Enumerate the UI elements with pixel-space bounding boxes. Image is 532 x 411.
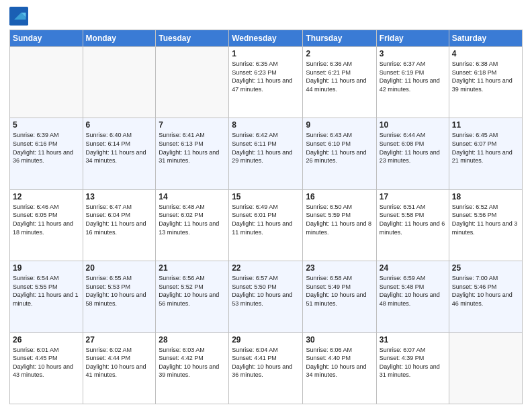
- day-info: Sunrise: 6:48 AM Sunset: 6:02 PM Dayligh…: [159, 203, 226, 236]
- calendar-cell: 20Sunrise: 6:55 AM Sunset: 5:53 PM Dayli…: [83, 261, 156, 332]
- calendar-cell: 29Sunrise: 6:04 AM Sunset: 4:41 PM Dayli…: [229, 332, 303, 404]
- calendar-cell: 15Sunrise: 6:49 AM Sunset: 6:01 PM Dayli…: [229, 189, 303, 261]
- day-info: Sunrise: 6:47 AM Sunset: 6:04 PM Dayligh…: [86, 203, 153, 236]
- day-info: Sunrise: 6:44 AM Sunset: 6:08 PM Dayligh…: [380, 131, 446, 165]
- calendar-cell: 18Sunrise: 6:52 AM Sunset: 5:56 PM Dayli…: [449, 189, 522, 261]
- calendar-cell: 7Sunrise: 6:41 AM Sunset: 6:13 PM Daylig…: [156, 118, 229, 189]
- day-info: Sunrise: 6:07 AM Sunset: 4:39 PM Dayligh…: [380, 346, 446, 379]
- day-number: 5: [13, 120, 80, 130]
- day-number: 21: [159, 263, 226, 273]
- calendar-cell: 8Sunrise: 6:42 AM Sunset: 6:11 PM Daylig…: [229, 118, 303, 189]
- day-number: 12: [13, 192, 80, 201]
- calendar-table: SundayMondayTuesdayWednesdayThursdayFrid…: [9, 30, 523, 404]
- day-number: 11: [452, 120, 519, 130]
- day-number: 8: [232, 120, 300, 130]
- day-info: Sunrise: 6:02 AM Sunset: 4:44 PM Dayligh…: [86, 346, 153, 379]
- day-number: 23: [306, 263, 373, 273]
- day-info: Sunrise: 6:37 AM Sunset: 6:19 PM Dayligh…: [380, 60, 446, 93]
- logo-icon: [9, 7, 28, 26]
- day-number: 31: [380, 335, 446, 345]
- day-info: Sunrise: 6:06 AM Sunset: 4:40 PM Dayligh…: [306, 346, 373, 379]
- day-number: 20: [86, 263, 153, 273]
- day-number: 9: [306, 120, 373, 130]
- logo: [9, 7, 31, 26]
- day-number: 6: [86, 120, 153, 130]
- day-info: Sunrise: 6:01 AM Sunset: 4:45 PM Dayligh…: [13, 346, 80, 379]
- calendar-cell: [83, 47, 156, 118]
- day-info: Sunrise: 6:51 AM Sunset: 5:58 PM Dayligh…: [380, 203, 446, 236]
- day-number: 22: [232, 263, 300, 273]
- calendar-cell: 27Sunrise: 6:02 AM Sunset: 4:44 PM Dayli…: [83, 332, 156, 404]
- day-info: Sunrise: 6:56 AM Sunset: 5:52 PM Dayligh…: [159, 274, 226, 308]
- day-number: 2: [306, 49, 373, 58]
- calendar-cell: 26Sunrise: 6:01 AM Sunset: 4:45 PM Dayli…: [10, 332, 83, 404]
- calendar-cell: 31Sunrise: 6:07 AM Sunset: 4:39 PM Dayli…: [376, 332, 449, 404]
- day-number: 13: [86, 192, 153, 201]
- day-info: Sunrise: 6:49 AM Sunset: 6:01 PM Dayligh…: [232, 203, 300, 236]
- calendar-cell: 3Sunrise: 6:37 AM Sunset: 6:19 PM Daylig…: [376, 47, 449, 118]
- calendar-cell: [156, 47, 229, 118]
- calendar-cell: [10, 47, 83, 118]
- day-info: Sunrise: 6:04 AM Sunset: 4:41 PM Dayligh…: [232, 346, 300, 379]
- calendar-week-1: 1Sunrise: 6:35 AM Sunset: 6:23 PM Daylig…: [10, 47, 523, 118]
- calendar-cell: 10Sunrise: 6:44 AM Sunset: 6:08 PM Dayli…: [376, 118, 449, 189]
- day-info: Sunrise: 6:58 AM Sunset: 5:49 PM Dayligh…: [306, 274, 373, 308]
- day-info: Sunrise: 6:40 AM Sunset: 6:14 PM Dayligh…: [86, 131, 153, 165]
- day-info: Sunrise: 6:54 AM Sunset: 5:55 PM Dayligh…: [13, 274, 80, 308]
- day-info: Sunrise: 6:38 AM Sunset: 6:18 PM Dayligh…: [452, 60, 519, 93]
- calendar-week-5: 26Sunrise: 6:01 AM Sunset: 4:45 PM Dayli…: [10, 332, 523, 404]
- day-number: 28: [159, 335, 226, 345]
- day-info: Sunrise: 6:35 AM Sunset: 6:23 PM Dayligh…: [232, 60, 300, 93]
- calendar-cell: 22Sunrise: 6:57 AM Sunset: 5:50 PM Dayli…: [229, 261, 303, 332]
- day-info: Sunrise: 6:39 AM Sunset: 6:16 PM Dayligh…: [13, 131, 80, 165]
- col-header-saturday: Saturday: [449, 30, 522, 47]
- calendar-cell: 21Sunrise: 6:56 AM Sunset: 5:52 PM Dayli…: [156, 261, 229, 332]
- col-header-tuesday: Tuesday: [156, 30, 229, 47]
- day-number: 10: [380, 120, 446, 130]
- day-info: Sunrise: 6:43 AM Sunset: 6:10 PM Dayligh…: [306, 131, 373, 165]
- day-number: 17: [380, 192, 446, 201]
- calendar-cell: 1Sunrise: 6:35 AM Sunset: 6:23 PM Daylig…: [229, 47, 303, 118]
- day-info: Sunrise: 6:45 AM Sunset: 6:07 PM Dayligh…: [452, 131, 519, 165]
- day-info: Sunrise: 6:55 AM Sunset: 5:53 PM Dayligh…: [86, 274, 153, 308]
- col-header-wednesday: Wednesday: [229, 30, 303, 47]
- day-number: 4: [452, 49, 519, 58]
- calendar-cell: 9Sunrise: 6:43 AM Sunset: 6:10 PM Daylig…: [303, 118, 376, 189]
- calendar-cell: 14Sunrise: 6:48 AM Sunset: 6:02 PM Dayli…: [156, 189, 229, 261]
- calendar-week-4: 19Sunrise: 6:54 AM Sunset: 5:55 PM Dayli…: [10, 261, 523, 332]
- calendar-cell: 19Sunrise: 6:54 AM Sunset: 5:55 PM Dayli…: [10, 261, 83, 332]
- calendar-cell: 2Sunrise: 6:36 AM Sunset: 6:21 PM Daylig…: [303, 47, 376, 118]
- calendar-week-3: 12Sunrise: 6:46 AM Sunset: 6:05 PM Dayli…: [10, 189, 523, 261]
- day-info: Sunrise: 7:00 AM Sunset: 5:46 PM Dayligh…: [452, 274, 519, 308]
- day-number: 27: [86, 335, 153, 345]
- page: SundayMondayTuesdayWednesdayThursdayFrid…: [0, 0, 532, 411]
- calendar-cell: 4Sunrise: 6:38 AM Sunset: 6:18 PM Daylig…: [449, 47, 522, 118]
- calendar-cell: 5Sunrise: 6:39 AM Sunset: 6:16 PM Daylig…: [10, 118, 83, 189]
- calendar-header-row: SundayMondayTuesdayWednesdayThursdayFrid…: [10, 30, 523, 47]
- day-info: Sunrise: 6:46 AM Sunset: 6:05 PM Dayligh…: [13, 203, 80, 236]
- day-info: Sunrise: 6:36 AM Sunset: 6:21 PM Dayligh…: [306, 60, 373, 93]
- day-info: Sunrise: 6:50 AM Sunset: 5:59 PM Dayligh…: [306, 203, 373, 236]
- day-info: Sunrise: 6:52 AM Sunset: 5:56 PM Dayligh…: [452, 203, 519, 236]
- day-number: 24: [380, 263, 446, 273]
- day-info: Sunrise: 6:41 AM Sunset: 6:13 PM Dayligh…: [159, 131, 226, 165]
- day-number: 1: [232, 49, 300, 58]
- day-info: Sunrise: 6:42 AM Sunset: 6:11 PM Dayligh…: [232, 131, 300, 165]
- calendar-cell: 11Sunrise: 6:45 AM Sunset: 6:07 PM Dayli…: [449, 118, 522, 189]
- calendar-cell: 6Sunrise: 6:40 AM Sunset: 6:14 PM Daylig…: [83, 118, 156, 189]
- day-number: 19: [13, 263, 80, 273]
- calendar-cell: [449, 332, 522, 404]
- day-number: 16: [306, 192, 373, 201]
- day-number: 26: [13, 335, 80, 345]
- calendar-cell: 13Sunrise: 6:47 AM Sunset: 6:04 PM Dayli…: [83, 189, 156, 261]
- day-number: 25: [452, 263, 519, 273]
- header: [9, 7, 523, 26]
- day-number: 30: [306, 335, 373, 345]
- col-header-thursday: Thursday: [303, 30, 376, 47]
- calendar-cell: 28Sunrise: 6:03 AM Sunset: 4:42 PM Dayli…: [156, 332, 229, 404]
- day-number: 29: [232, 335, 300, 345]
- calendar-cell: 16Sunrise: 6:50 AM Sunset: 5:59 PM Dayli…: [303, 189, 376, 261]
- day-number: 18: [452, 192, 519, 201]
- day-number: 7: [159, 120, 226, 130]
- calendar-cell: 23Sunrise: 6:58 AM Sunset: 5:49 PM Dayli…: [303, 261, 376, 332]
